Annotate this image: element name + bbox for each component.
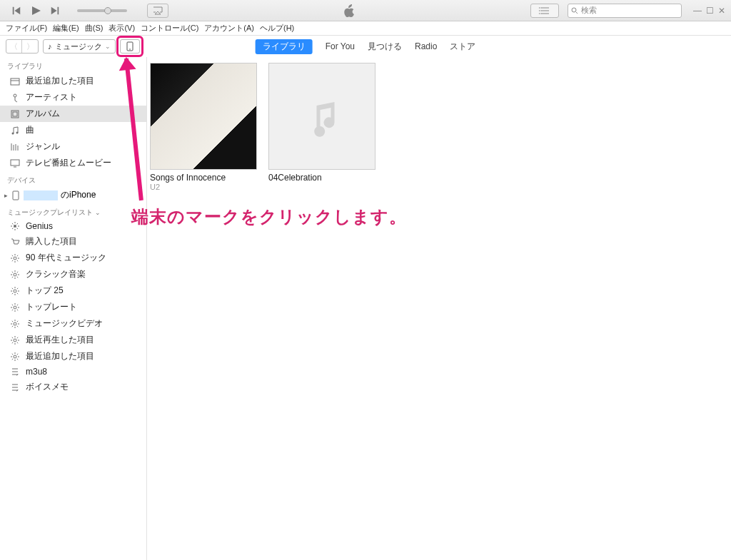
sidebar-library-item-3[interactable]: 曲 xyxy=(0,122,146,138)
device-button[interactable] xyxy=(120,39,140,54)
sidebar-library-item-1[interactable]: アーティスト xyxy=(0,89,146,106)
gear-icon xyxy=(10,270,20,280)
menu-help[interactable]: ヘルプ(H) xyxy=(260,23,294,34)
sidebar-playlist-item-label: 90 年代ミュージック xyxy=(26,252,106,264)
menu-account[interactable]: アカウント(A) xyxy=(204,23,254,34)
album-cover[interactable] xyxy=(150,63,257,170)
album-artist: U2 xyxy=(150,183,257,191)
minimize-button[interactable]: — xyxy=(693,6,702,16)
svg-point-11 xyxy=(16,131,19,133)
sidebar-playlist-item-label: ボイスメモ xyxy=(26,381,69,393)
search-input[interactable]: 検索 xyxy=(568,4,682,18)
tab-store[interactable]: ストア xyxy=(450,41,475,53)
chevron-down-icon[interactable]: ⌄ xyxy=(95,209,101,216)
sidebar-playlist-item-label: トップレート xyxy=(26,301,77,313)
content-tabs: ライブラリ For You 見つける Radio ストア xyxy=(256,39,476,54)
player-bar-right: 検索 — ☐ ✕ xyxy=(530,4,731,18)
menu-controls[interactable]: コントロール(C) xyxy=(141,23,198,34)
purchased-icon xyxy=(10,237,20,247)
svg-point-21 xyxy=(14,355,16,358)
disclosure-triangle-icon[interactable]: ▸ xyxy=(4,192,8,199)
album-title: 04Celebration xyxy=(268,173,375,183)
tab-for-you[interactable]: For You xyxy=(326,41,355,51)
prev-button[interactable] xyxy=(11,6,21,16)
menu-file[interactable]: ファイル(F) xyxy=(6,23,47,34)
artist-icon xyxy=(10,93,20,103)
next-button[interactable] xyxy=(50,6,60,16)
sidebar-library-item-label: アルバム xyxy=(26,108,60,120)
sidebar-playlist-item-8[interactable]: 最近追加した項目 xyxy=(0,348,146,365)
sidebar-playlist-item-label: 最近追加した項目 xyxy=(26,350,94,362)
annotation-highlight xyxy=(116,36,143,57)
nav-forward-button[interactable]: 〉 xyxy=(22,40,38,53)
genre-icon xyxy=(10,142,20,152)
svg-point-14 xyxy=(14,225,16,228)
tab-browse[interactable]: 見つける xyxy=(368,41,402,53)
chevron-updown-icon: ⌄ xyxy=(105,43,111,50)
tab-radio[interactable]: Radio xyxy=(415,41,437,51)
sidebar-playlist-item-1[interactable]: 購入した項目 xyxy=(0,233,146,250)
nav-back-forward: 〈 〉 xyxy=(6,39,39,54)
player-bar: 検索 — ☐ ✕ xyxy=(0,0,731,21)
gear-icon xyxy=(10,319,20,329)
close-button[interactable]: ✕ xyxy=(718,6,725,16)
sidebar-playlist-item-0[interactable]: Genius xyxy=(0,219,146,233)
gear-icon xyxy=(10,302,20,312)
playback-controls xyxy=(0,4,168,18)
svg-point-20 xyxy=(14,339,16,342)
sidebar-device-item[interactable]: ▸ のiPhone xyxy=(0,187,146,203)
sidebar-playlist-item-10[interactable]: ボイスメモ xyxy=(0,379,146,395)
sidebar-library-item-label: ジャンル xyxy=(26,141,60,153)
volume-slider[interactable] xyxy=(77,9,127,12)
svg-point-19 xyxy=(14,322,16,325)
sidebar-playlist-item-5[interactable]: トップレート xyxy=(0,299,146,315)
album-title: Songs of Innocence xyxy=(150,173,257,183)
sidebar-library-item-label: アーティスト xyxy=(26,91,77,103)
sidebar-library-item-5[interactable]: テレビ番組とムービー xyxy=(0,155,146,171)
sidebar-playlist-item-9[interactable]: m3u8 xyxy=(0,365,146,379)
album-icon xyxy=(10,109,20,119)
media-picker-label: ミュージック xyxy=(55,41,102,52)
sidebar-playlist-item-4[interactable]: トップ 25 xyxy=(0,282,146,299)
menu-view[interactable]: 表示(V) xyxy=(109,23,135,34)
menu-song[interactable]: 曲(S) xyxy=(85,23,104,34)
album-item-1[interactable]: 04Celebration xyxy=(268,63,375,191)
gear-icon xyxy=(10,352,20,362)
sidebar-devices-header: デバイス xyxy=(0,171,146,187)
sidebar-playlist-item-7[interactable]: 最近再生した項目 xyxy=(0,332,146,348)
sidebar-playlist-item-6[interactable]: ミュージックビデオ xyxy=(0,315,146,332)
sidebar-playlist-item-label: m3u8 xyxy=(26,367,47,377)
album-item-0[interactable]: Songs of InnocenceU2 xyxy=(150,63,257,191)
sidebar-library-item-2[interactable]: アルバム xyxy=(0,106,146,122)
recent-icon xyxy=(10,76,20,86)
airplay-button[interactable] xyxy=(147,4,168,18)
svg-point-7 xyxy=(14,94,16,97)
sidebar-playlist-item-label: ミュージックビデオ xyxy=(26,317,103,330)
device-name-redacted xyxy=(24,190,58,200)
sidebar-library-item-0[interactable]: 最近追加した項目 xyxy=(0,73,146,89)
sidebar-playlist-item-3[interactable]: クラシック音楽 xyxy=(0,266,146,282)
now-playing-area xyxy=(168,4,530,17)
gear-icon xyxy=(10,253,20,263)
annotation-text: 端末のマークをクリックします。 xyxy=(131,205,407,228)
svg-point-0 xyxy=(539,7,540,9)
sidebar-playlist-item-label: クラシック音楽 xyxy=(26,268,86,280)
play-button[interactable] xyxy=(30,5,41,16)
maximize-button[interactable]: ☐ xyxy=(706,6,714,16)
tab-library[interactable]: ライブラリ xyxy=(256,39,313,54)
album-cover[interactable] xyxy=(268,63,375,170)
menu-edit[interactable]: 編集(E) xyxy=(53,23,79,34)
menu-bar: ファイル(F) 編集(E) 曲(S) 表示(V) コントロール(C) アカウント… xyxy=(0,21,731,36)
sidebar-playlist-item-label: 最近再生した項目 xyxy=(26,334,94,346)
sidebar-library-item-4[interactable]: ジャンル xyxy=(0,138,146,155)
search-icon xyxy=(571,7,578,14)
gear-icon xyxy=(10,286,20,296)
nav-back-button[interactable]: 〈 xyxy=(6,40,22,53)
svg-point-18 xyxy=(14,306,16,309)
sidebar-playlist-item-2[interactable]: 90 年代ミュージック xyxy=(0,250,146,266)
svg-point-15 xyxy=(14,257,16,260)
list-icon xyxy=(10,367,20,377)
media-picker[interactable]: ♪ ミュージック ⌄ xyxy=(43,39,116,54)
album-grid: Songs of InnocenceU204Celebration xyxy=(147,63,731,191)
list-view-button[interactable] xyxy=(530,4,559,18)
